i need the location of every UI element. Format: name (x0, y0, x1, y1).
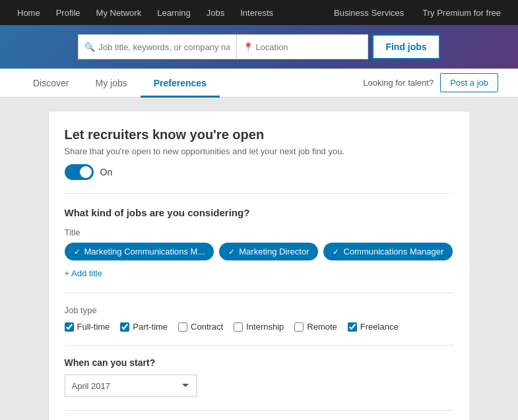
checkbox-freelance-input[interactable] (348, 322, 357, 332)
nav-jobs[interactable]: Jobs (200, 5, 231, 20)
nav-home[interactable]: Home (11, 5, 47, 20)
checkbox-internship-label: Internship (246, 322, 284, 332)
location-input[interactable] (236, 34, 368, 59)
job-search-wrap: 🔍 (78, 34, 236, 59)
tab-preferences[interactable]: Preferences (141, 69, 220, 98)
checkbox-internship[interactable]: Internship (234, 322, 284, 332)
main-content: Let recruiters know you're open Share th… (28, 98, 490, 420)
looking-for-talent-text: Looking for talent? (363, 78, 434, 88)
secondary-nav-right: Looking for talent? Post a job (363, 73, 498, 92)
tag-communications-manager[interactable]: ✓ Communications Manager (323, 243, 453, 260)
jobs-section: What kind of jobs are you considering? T… (65, 207, 454, 280)
checkbox-contract[interactable]: Contract (178, 322, 223, 332)
start-section: When can you start? April 2017 Immediate… (65, 345, 454, 397)
checkbox-freelance[interactable]: Freelance (348, 322, 399, 332)
toggle-section: Let recruiters know you're open Share th… (65, 127, 454, 194)
start-dropdown[interactable]: April 2017 Immediately 1 month 3 months … (65, 375, 197, 397)
checkbox-full-time-label: Full-time (77, 322, 110, 332)
checkbox-contract-input[interactable] (178, 322, 187, 332)
checkbox-part-time[interactable]: Part-time (120, 322, 168, 332)
tag-label: Communications Manager (343, 247, 443, 256)
check-icon: ✓ (74, 247, 81, 256)
job-type-label: Job type (65, 305, 454, 315)
tab-my-jobs[interactable]: My jobs (82, 69, 140, 98)
recruiters-heading: Let recruiters know you're open (65, 127, 454, 142)
start-label: When can you start? (65, 357, 454, 368)
check-icon: ✓ (228, 247, 235, 256)
nav-learning[interactable]: Learning (150, 5, 197, 20)
search-icon: 🔍 (84, 42, 95, 52)
checkbox-internship-input[interactable] (234, 322, 243, 332)
checkbox-remote[interactable]: Remote (294, 322, 337, 332)
checkbox-part-time-label: Part-time (133, 322, 168, 332)
nav-profile[interactable]: Profile (49, 5, 87, 20)
toggle-row: On (65, 164, 454, 180)
toggle-label: On (100, 167, 113, 177)
top-nav-right: Business Services Try Premium for free (327, 5, 507, 20)
nav-my-network[interactable]: My Network (90, 5, 148, 20)
secondary-nav-left: Discover My jobs Preferences (20, 69, 220, 98)
toggle-slider (65, 164, 94, 180)
nav-interests[interactable]: Interests (234, 5, 280, 20)
find-jobs-button[interactable]: Find jobs (372, 34, 439, 59)
nav-business-services[interactable]: Business Services (327, 5, 410, 20)
tag-marketing-comm[interactable]: ✓ Marketing Communications M... (65, 243, 214, 260)
job-search-input[interactable] (78, 34, 236, 59)
intro-section: Introduction (300 characters or less) (65, 410, 454, 420)
post-job-button[interactable]: Post a job (440, 73, 498, 92)
title-label: Title (65, 227, 454, 237)
checkbox-freelance-label: Freelance (360, 322, 399, 332)
checkbox-contract-label: Contract (191, 322, 223, 332)
checkbox-part-time-input[interactable] (120, 322, 129, 332)
location-icon: 📍 (243, 42, 253, 52)
checkbox-remote-label: Remote (307, 322, 337, 332)
checkbox-full-time-input[interactable] (65, 322, 74, 332)
jobs-considering-heading: What kind of jobs are you considering? (65, 207, 454, 218)
tag-label: Marketing Director (239, 247, 309, 256)
check-icon: ✓ (333, 247, 339, 256)
secondary-nav: Discover My jobs Preferences Looking for… (0, 69, 518, 98)
search-bar: 🔍 📍 Find jobs (78, 34, 439, 59)
checkbox-full-time[interactable]: Full-time (65, 322, 110, 332)
checkbox-row: Full-time Part-time Contract Internship … (65, 322, 454, 332)
location-search-wrap: 📍 (236, 34, 368, 59)
tags-row: ✓ Marketing Communications M... ✓ Market… (65, 243, 454, 260)
checkbox-remote-input[interactable] (294, 322, 304, 332)
open-to-opportunities-toggle[interactable] (65, 164, 94, 180)
start-dropdown-wrap: April 2017 Immediately 1 month 3 months … (65, 375, 197, 397)
tab-discover[interactable]: Discover (20, 69, 82, 98)
top-nav-left: Home Profile My Network Learning Jobs In… (11, 5, 280, 20)
recruiters-description: Share that you're open to new opportunit… (65, 146, 454, 156)
preferences-card: Let recruiters know you're open Share th… (48, 111, 470, 420)
job-type-section: Job type Full-time Part-time Contract In… (65, 293, 454, 332)
tag-label: Marketing Communications M... (84, 247, 205, 256)
search-bar-area: 🔍 📍 Find jobs (0, 25, 518, 69)
add-title-button[interactable]: + Add title (65, 267, 102, 280)
tag-marketing-director[interactable]: ✓ Marketing Director (219, 243, 318, 260)
top-nav: Home Profile My Network Learning Jobs In… (0, 0, 518, 25)
nav-premium[interactable]: Try Premium for free (416, 5, 507, 20)
